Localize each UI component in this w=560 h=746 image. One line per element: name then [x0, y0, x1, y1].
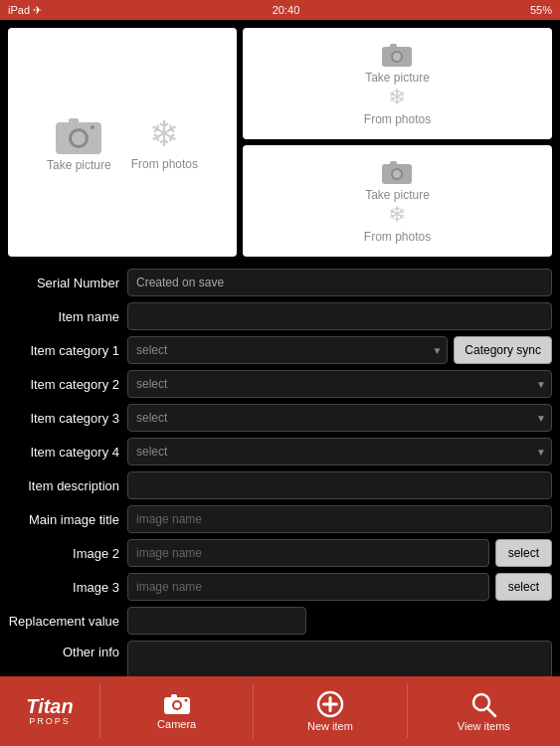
view-items-tab-icon: [469, 690, 497, 718]
logo-name: Titan: [26, 696, 73, 716]
description-row: Item description: [8, 471, 552, 499]
svg-line-22: [487, 708, 495, 716]
image3-input[interactable]: [127, 573, 489, 601]
camera-tab-label: Camera: [157, 718, 196, 730]
image3-row: Image 3 select: [8, 573, 552, 601]
small-top-from-photos[interactable]: ❄ From photos: [364, 85, 431, 126]
svg-point-7: [393, 53, 401, 61]
category1-row: Item category 1 select ▼ Category sync: [8, 336, 552, 364]
small-image-bottom[interactable]: Take picture ❄ From photos: [243, 145, 552, 257]
svg-rect-16: [171, 694, 177, 698]
svg-point-11: [393, 170, 401, 178]
category4-wrapper: select ▼: [127, 438, 552, 466]
svg-point-4: [91, 125, 94, 129]
tab-camera[interactable]: Camera: [100, 676, 253, 746]
category-sync-button[interactable]: Category sync: [454, 336, 552, 364]
category3-label: Item category 3: [8, 411, 127, 426]
large-from-photos-label: From photos: [131, 157, 198, 171]
status-bar: iPad ✈ 20:40 55%: [0, 0, 560, 20]
image2-input[interactable]: [127, 539, 489, 567]
logo-tab: Titan PROPS: [0, 676, 99, 746]
status-time: 20:40: [273, 4, 300, 16]
other-info-label: Other info: [8, 641, 127, 659]
camera-tab-icon: [163, 692, 191, 716]
large-from-photos[interactable]: ❄ From photos: [131, 113, 198, 171]
category3-select[interactable]: select: [127, 404, 552, 432]
svg-rect-8: [390, 44, 397, 49]
other-info-textarea[interactable]: [127, 641, 552, 676]
camera-icon-small-top: [381, 41, 413, 69]
image3-select-button[interactable]: select: [495, 573, 552, 601]
svg-point-15: [174, 702, 180, 708]
snowflake-icon-large: ❄: [149, 113, 179, 155]
category1-select[interactable]: select: [127, 336, 448, 364]
snowflake-icon-small-bottom: ❄: [388, 202, 406, 228]
category3-row: Item category 3 select ▼: [8, 404, 552, 432]
serial-number-label: Serial Number: [8, 276, 127, 290]
svg-point-2: [72, 131, 86, 145]
large-image-options: Take picture ❄ From photos: [47, 112, 198, 172]
image3-label: Image 3: [8, 580, 127, 595]
main-image-title-input[interactable]: [127, 505, 552, 533]
category1-label: Item category 1: [8, 343, 127, 358]
item-name-input[interactable]: [127, 302, 552, 330]
view-items-tab-label: View items: [458, 720, 510, 732]
other-info-row: Other info: [8, 641, 552, 676]
small-top-from-photos-label: From photos: [364, 112, 431, 126]
small-top-take-picture[interactable]: Take picture: [365, 41, 430, 85]
description-label: Item description: [8, 478, 127, 493]
main-content: Take picture ❄ From photos: [0, 20, 560, 676]
replacement-value-label: Replacement value: [8, 614, 127, 629]
large-image-area[interactable]: Take picture ❄ From photos: [8, 28, 237, 257]
snowflake-icon-small-top: ❄: [388, 85, 406, 110]
small-image-top[interactable]: Take picture ❄ From photos: [243, 28, 552, 139]
main-image-title-label: Main image title: [8, 512, 127, 527]
category4-label: Item category 4: [8, 445, 127, 460]
svg-rect-3: [69, 118, 79, 124]
large-take-picture[interactable]: Take picture: [47, 112, 111, 172]
category1-wrapper: select ▼: [127, 336, 448, 364]
image2-select-button[interactable]: select: [495, 539, 552, 567]
category2-row: Item category 2 select ▼: [8, 370, 552, 398]
category4-select[interactable]: select: [127, 438, 552, 466]
tab-new-item[interactable]: New item: [254, 676, 406, 746]
category2-select[interactable]: select: [127, 370, 552, 398]
small-bottom-take-picture-label: Take picture: [365, 188, 430, 202]
small-bottom-from-photos-label: From photos: [364, 230, 431, 244]
small-images-column: Take picture ❄ From photos Take pictur: [243, 28, 552, 257]
category4-row: Item category 4 select ▼: [8, 438, 552, 466]
replacement-value-row: Replacement value: [8, 607, 552, 635]
small-top-take-picture-label: Take picture: [365, 71, 430, 85]
new-item-tab-label: New item: [307, 720, 353, 732]
image2-row: Image 2 select: [8, 539, 552, 567]
replacement-value-input[interactable]: [127, 607, 306, 635]
form-section: Serial Number Item name Item category 1 …: [0, 265, 560, 676]
item-name-row: Item name: [8, 302, 552, 330]
camera-icon-large: [54, 112, 103, 156]
category2-wrapper: select ▼: [127, 370, 552, 398]
small-bottom-from-photos[interactable]: ❄ From photos: [364, 202, 431, 244]
serial-number-row: Serial Number: [8, 269, 552, 296]
status-device: iPad ✈: [8, 4, 42, 17]
svg-rect-20: [322, 703, 338, 706]
status-right: 55%: [530, 4, 552, 16]
description-input[interactable]: [127, 471, 552, 499]
image2-label: Image 2: [8, 546, 127, 561]
new-item-tab-icon: [316, 690, 344, 718]
tab-bar: Titan PROPS Camera New item View items: [0, 676, 560, 746]
small-bottom-take-picture[interactable]: Take picture: [365, 158, 430, 202]
category2-label: Item category 2: [8, 377, 127, 392]
serial-number-input[interactable]: [127, 269, 552, 296]
large-take-picture-label: Take picture: [47, 158, 111, 172]
svg-rect-12: [390, 161, 397, 166]
status-left: iPad ✈: [8, 4, 42, 17]
item-name-label: Item name: [8, 309, 127, 324]
logo-sub: PROPS: [29, 716, 71, 726]
svg-point-17: [184, 699, 187, 702]
tab-view-items[interactable]: View items: [408, 676, 560, 746]
main-image-title-row: Main image title: [8, 505, 552, 533]
category3-wrapper: select ▼: [127, 404, 552, 432]
camera-icon-small-bottom: [381, 158, 413, 186]
image-section: Take picture ❄ From photos: [0, 20, 560, 265]
status-battery: 55%: [530, 4, 552, 16]
